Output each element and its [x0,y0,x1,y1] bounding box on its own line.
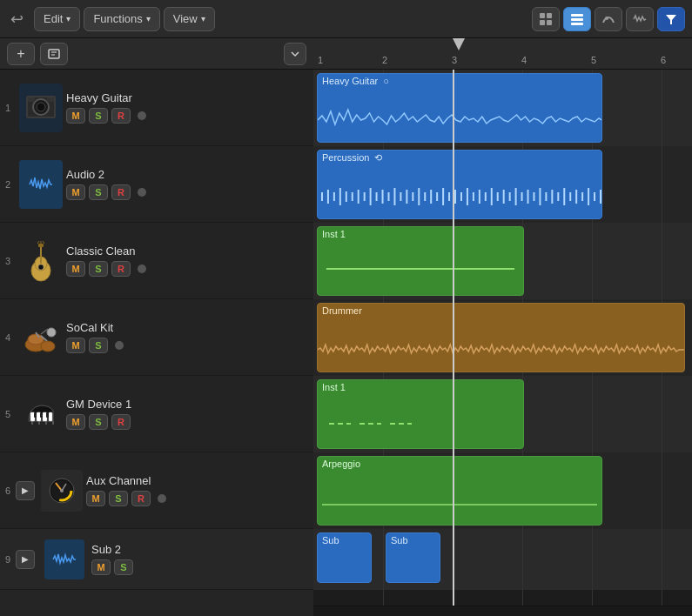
record-dot-6 [158,494,166,503]
svg-point-25 [38,264,44,270]
svg-line-24 [43,241,44,244]
track-number-2: 2 [0,179,16,190]
track-row-9: 9 ▶ Sub 2 M S [0,529,313,590]
track-number-1: 1 [0,103,16,113]
clip-label-percussion: Percussion [322,152,369,163]
record-button-3[interactable]: R [111,261,131,277]
record-dot-3 [138,264,146,273]
view-menu-button[interactable]: View ▾ [164,7,215,31]
functions-menu-button[interactable]: Functions ▾ [84,7,159,31]
solo-button-4[interactable]: S [89,338,108,353]
solo-button-5[interactable]: S [89,414,108,430]
track-info-1: Heavy Guitar M S R [66,88,306,127]
record-dot-2 [138,188,146,197]
clip-inst1-gm[interactable]: Inst 1 [317,379,524,449]
mute-button-5[interactable]: M [66,414,85,430]
track-number-6: 6 [0,485,16,496]
solo-button-1[interactable]: S [89,108,108,124]
add-track-button[interactable]: + [7,43,35,65]
track-headers: + 1 [0,38,313,616]
solo-button-9[interactable]: S [114,559,133,575]
clip-label-drummer: Drummer [322,305,362,316]
track-row-5: 5 [0,376,313,452]
clip-loop-icon: ⟲ [374,152,382,163]
mute-button-4[interactable]: M [66,338,85,353]
mute-button-9[interactable]: M [91,559,111,575]
record-button-2[interactable]: R [111,184,131,200]
ruler-mark-2: 2 [382,55,387,65]
clip-arpeggio[interactable]: Arpeggio [317,456,602,526]
edit-menu-button[interactable]: Edit ▾ [34,7,80,31]
ruler-mark-1: 1 [318,55,323,65]
wave-view-button[interactable] [626,7,654,31]
solo-button-2[interactable]: S [89,184,108,200]
track-icon-5 [19,390,63,439]
track-icon-1 [19,84,63,132]
track-info-4: SoCal Kit M S [66,318,306,357]
sub2-play-button[interactable]: ▶ [16,550,35,569]
clip-label-inst1: Inst 1 [322,229,346,239]
mute-button-1[interactable]: M [66,108,85,124]
header-dropdown-button[interactable] [284,43,306,65]
strips-view-button[interactable] [563,7,591,31]
clip-label-inst1-gm: Inst 1 [322,382,346,392]
clip-label-heavy-guitar: Heavy Guitar [322,76,378,86]
svg-rect-21 [38,244,44,247]
undo-button[interactable]: ↩ [7,6,27,32]
filter-view-button[interactable] [657,7,685,31]
timeline-ruler[interactable]: 1 2 3 4 5 6 [313,38,692,70]
record-button-5[interactable]: R [111,414,131,430]
timeline-area: 1 2 3 4 5 6 [313,38,692,616]
track-number-3: 3 [0,256,16,266]
clip-sub2-b[interactable]: Sub [386,532,440,583]
svg-rect-0 [540,13,545,18]
track-controls-4: M S [66,338,306,353]
mute-button-2[interactable]: M [66,184,85,200]
svg-point-49 [60,489,64,492]
toolbar: ↩ Edit ▾ Functions ▾ View ▾ [0,0,692,38]
clip-label-sub2-a: Sub [322,535,339,546]
track-header-topbar: + [0,38,313,70]
ruler-mark-5: 5 [591,55,596,65]
record-button-1[interactable]: R [111,108,131,124]
track-name-2: Audio 2 [66,168,306,181]
clip-heavy-guitar[interactable]: Heavy Guitar ○ [317,73,602,143]
solo-button-6[interactable]: S [109,491,128,506]
track-icon-4 [19,313,63,362]
clip-drummer[interactable]: Drummer [317,303,685,372]
mute-button-3[interactable]: M [66,261,85,277]
track-controls-5: M S R [66,414,306,430]
svg-line-22 [37,241,39,244]
clip-label-sub2-b: Sub [391,535,408,546]
timeline-tracks[interactable]: Heavy Guitar ○ Percussion ⟲ [313,70,692,606]
curve-view-button[interactable] [595,7,622,31]
main-area: + 1 [0,38,692,616]
track-icon-9 [44,539,84,579]
ruler-playhead[interactable] [453,38,465,56]
track-name-9: Sub 2 [91,543,306,556]
record-dot-4 [115,341,124,350]
solo-button-3[interactable]: S [89,261,108,277]
svg-point-28 [41,341,55,352]
add-track-type-button[interactable] [40,43,68,65]
mute-button-6[interactable]: M [86,491,105,506]
track-number-5: 5 [0,409,16,419]
track-number-4: 4 [0,332,16,343]
clip-sub2-a[interactable]: Sub [317,532,372,583]
clip-percussion[interactable]: Percussion ⟲ [317,150,602,219]
track-info-2: Audio 2 M S R [66,164,306,204]
svg-rect-2 [540,20,545,25]
aux-play-button[interactable]: ▶ [16,481,35,500]
clip-inst1-classic[interactable]: Inst 1 [317,226,524,296]
track-name-6: Aux Channel [86,474,306,487]
svg-rect-6 [571,23,583,25]
record-button-6[interactable]: R [131,491,151,506]
playhead[interactable] [453,70,454,606]
track-name-3: Classic Clean [66,244,306,258]
track-info-5: GM Device 1 M S R [66,394,306,433]
grid-view-button[interactable] [532,7,560,31]
track-controls-9: M S [91,559,306,575]
svg-rect-41 [34,412,37,418]
horizontal-scrollbar[interactable] [313,606,692,616]
track-controls-6: M S R [86,491,306,506]
